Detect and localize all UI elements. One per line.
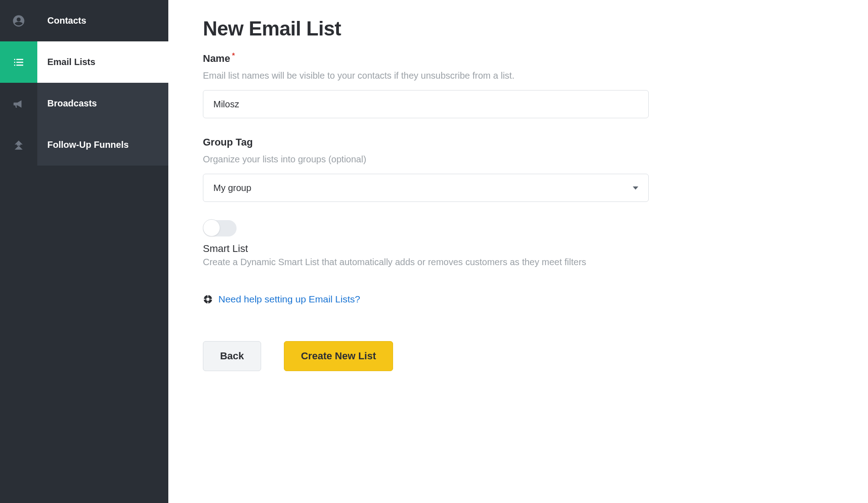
svg-point-1 [206, 297, 209, 301]
name-field-block: Name * Email list names will be visible … [203, 53, 816, 118]
group-tag-selected-value: My group [213, 183, 251, 193]
svg-rect-3 [207, 302, 208, 304]
create-new-list-button[interactable]: Create New List [284, 341, 393, 371]
name-label-text: Name [203, 53, 230, 65]
user-circle-icon [12, 14, 25, 28]
svg-rect-2 [207, 295, 208, 297]
chevron-down-icon [633, 186, 638, 190]
back-button[interactable]: Back [203, 341, 261, 371]
required-asterisk: * [232, 52, 235, 60]
group-tag-label-text: Group Tag [203, 136, 253, 148]
name-input[interactable] [203, 90, 649, 118]
group-tag-field-block: Group Tag Organize your lists into group… [203, 136, 816, 202]
sidebar: Contacts Email Lists Broadcasts Follow-U… [0, 0, 168, 503]
sidebar-item-email-lists[interactable]: Email Lists [0, 41, 168, 83]
help-link[interactable]: Need help setting up Email Lists? [218, 294, 360, 305]
group-tag-help-text: Organize your lists into groups (optiona… [203, 153, 816, 166]
svg-rect-5 [211, 299, 213, 300]
life-ring-icon [203, 294, 213, 304]
name-label: Name * [203, 53, 816, 65]
sidebar-item-label: Contacts [37, 0, 168, 41]
group-tag-select[interactable]: My group [203, 174, 649, 202]
main-content: New Email List Name * Email list names w… [168, 0, 851, 503]
button-row: Back Create New List [203, 341, 816, 371]
group-tag-label: Group Tag [203, 136, 816, 148]
smart-list-block: Smart List Create a Dynamic Smart List t… [203, 220, 816, 268]
sidebar-item-label: Follow-Up Funnels [37, 124, 168, 166]
sidebar-item-follow-up-funnels[interactable]: Follow-Up Funnels [0, 124, 168, 166]
sidebar-item-label: Broadcasts [37, 83, 168, 124]
toggle-knob [203, 219, 220, 236]
smart-list-title: Smart List [203, 243, 816, 255]
svg-rect-4 [203, 299, 206, 300]
sidebar-item-contacts[interactable]: Contacts [0, 0, 168, 41]
name-help-text: Email list names will be visible to your… [203, 69, 816, 82]
sidebar-item-label: Email Lists [37, 41, 168, 83]
double-chevron-up-icon [12, 138, 25, 152]
sidebar-icon-col [0, 124, 37, 166]
sidebar-item-broadcasts[interactable]: Broadcasts [0, 83, 168, 124]
sidebar-icon-col [0, 83, 37, 124]
help-row: Need help setting up Email Lists? [203, 294, 816, 305]
sidebar-icon-col [0, 41, 37, 83]
sidebar-icon-col [0, 0, 37, 41]
page-title: New Email List [203, 17, 816, 40]
megaphone-icon [12, 97, 25, 111]
smart-list-description: Create a Dynamic Smart List that automat… [203, 256, 816, 268]
list-icon [12, 55, 25, 69]
smart-list-toggle[interactable] [203, 220, 237, 236]
